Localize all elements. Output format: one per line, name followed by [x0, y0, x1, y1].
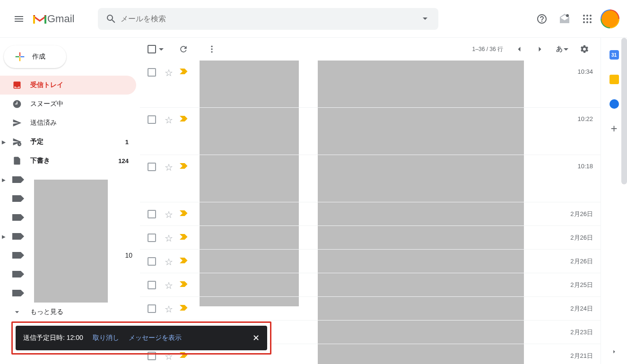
mail-notification-icon[interactable]: [555, 9, 574, 28]
mail-date: 2月26日: [570, 257, 593, 266]
svg-point-13: [211, 51, 212, 52]
list-toolbar: 1–36 / 36 行 あ: [140, 38, 601, 61]
nav-inbox-label: 受信トレイ: [30, 81, 63, 89]
importance-marker[interactable]: [180, 234, 188, 242]
inbox-icon: [12, 80, 22, 90]
prev-page-button[interactable]: [511, 41, 528, 58]
star-button[interactable]: ☆: [165, 114, 173, 126]
search-bar[interactable]: [98, 8, 438, 30]
chevron-down-icon: [423, 17, 427, 20]
expand-icon[interactable]: ▶: [2, 139, 6, 145]
row-checkbox[interactable]: [148, 281, 156, 289]
help-button[interactable]: [532, 9, 551, 28]
star-button[interactable]: ☆: [165, 256, 173, 268]
mail-date: 2月24日: [570, 304, 593, 313]
input-method-button[interactable]: あ: [556, 45, 568, 53]
toast-message: 送信予定日時: 12:00: [23, 334, 83, 342]
star-button[interactable]: ☆: [165, 209, 173, 220]
svg-point-2: [586, 15, 588, 17]
importance-marker[interactable]: [180, 257, 188, 265]
star-button[interactable]: ☆: [165, 303, 173, 315]
refresh-button[interactable]: [175, 41, 192, 58]
svg-point-0: [566, 14, 569, 17]
importance-marker[interactable]: [180, 68, 188, 76]
mail-date: 10:18: [577, 163, 593, 170]
mail-row[interactable]: ☆ 10:22: [140, 108, 601, 155]
more-actions-button[interactable]: [203, 41, 220, 58]
toast-highlight: 送信予定日時: 12:00 取り消し メッセージを表示 ✕: [11, 321, 271, 355]
row-checkbox[interactable]: [148, 210, 156, 218]
row-checkbox[interactable]: [148, 234, 156, 242]
importance-marker[interactable]: [180, 304, 188, 312]
account-avatar[interactable]: [601, 9, 619, 28]
redacted-area: [34, 180, 108, 303]
star-button[interactable]: ☆: [165, 280, 173, 291]
search-options-button[interactable]: [416, 17, 435, 20]
apps-button[interactable]: [578, 9, 597, 28]
mail-date: 2月26日: [570, 234, 593, 242]
star-button[interactable]: ☆: [165, 162, 173, 173]
calendar-addon[interactable]: 31: [609, 49, 620, 61]
svg-point-8: [586, 21, 588, 23]
get-addons-button[interactable]: +: [609, 123, 620, 134]
scrollbar[interactable]: [621, 38, 627, 184]
app-name: Gmail: [47, 13, 74, 25]
label-icon: [12, 290, 21, 296]
search-input[interactable]: [121, 15, 416, 23]
keep-addon[interactable]: [609, 74, 620, 85]
settings-button[interactable]: [576, 41, 593, 58]
mail-row[interactable]: ☆ 2月26日: [140, 250, 601, 273]
compose-button[interactable]: 作成: [4, 45, 66, 68]
mail-row[interactable]: ☆ 10:18: [140, 155, 601, 202]
chevron-down-icon: [12, 307, 22, 317]
nav-drafts[interactable]: 下書き 124: [0, 151, 136, 170]
row-checkbox[interactable]: [148, 68, 156, 77]
importance-marker[interactable]: [180, 210, 188, 218]
nav-scheduled[interactable]: ▶ 予定 1: [0, 132, 136, 151]
mail-row[interactable]: ☆ 2月26日: [140, 202, 601, 226]
expand-icon[interactable]: ▶: [2, 234, 6, 239]
toast-undo-button[interactable]: 取り消し: [93, 334, 119, 342]
tasks-addon[interactable]: [609, 98, 620, 110]
toast-close-button[interactable]: ✕: [253, 333, 260, 343]
more-vert-icon: [207, 44, 217, 54]
compose-label: 作成: [32, 52, 45, 61]
row-checkbox[interactable]: [148, 304, 156, 313]
nav-drafts-label: 下書き: [30, 156, 50, 165]
mail-row[interactable]: ☆ 2月25日: [140, 273, 601, 297]
nav-snoozed[interactable]: スヌーズ中: [0, 95, 136, 113]
row-checkbox[interactable]: [148, 115, 156, 124]
chevron-right-icon: [535, 44, 545, 54]
star-button[interactable]: ☆: [165, 67, 173, 78]
label-icon: [12, 176, 21, 183]
drafts-icon: [12, 156, 22, 165]
search-icon[interactable]: [102, 9, 121, 28]
mail-row[interactable]: ☆ 2月24日: [140, 297, 601, 321]
row-checkbox[interactable]: [148, 257, 156, 266]
select-all-checkbox[interactable]: [148, 45, 164, 53]
svg-point-6: [590, 18, 592, 20]
importance-marker[interactable]: [180, 163, 188, 171]
nav-inbox[interactable]: 受信トレイ: [0, 76, 136, 95]
hamburger-icon: [13, 13, 25, 25]
collapse-panel-button[interactable]: [611, 348, 618, 356]
row-checkbox[interactable]: [148, 163, 156, 171]
apps-grid-icon: [582, 13, 593, 25]
chevron-down-icon: [564, 48, 568, 51]
nav-sent[interactable]: 送信済み: [0, 113, 136, 132]
mail-date: 10:34: [577, 68, 593, 75]
next-page-button[interactable]: [531, 41, 549, 58]
importance-marker[interactable]: [180, 115, 188, 123]
mail-date: 2月23日: [570, 328, 593, 337]
nav-more[interactable]: もっと見る: [0, 303, 136, 321]
plus-icon: +: [610, 122, 617, 135]
pagination-text: 1–36 / 36 行: [472, 45, 503, 53]
mail-row[interactable]: ☆ 2月26日: [140, 226, 601, 250]
importance-marker[interactable]: [180, 281, 188, 289]
expand-icon[interactable]: ▶: [2, 177, 6, 182]
toast-view-message-button[interactable]: メッセージを表示: [129, 334, 182, 342]
mail-row[interactable]: ☆ 10:34: [140, 61, 601, 108]
svg-point-9: [590, 21, 592, 23]
main-menu-button[interactable]: [8, 8, 30, 30]
star-button[interactable]: ☆: [165, 233, 173, 244]
